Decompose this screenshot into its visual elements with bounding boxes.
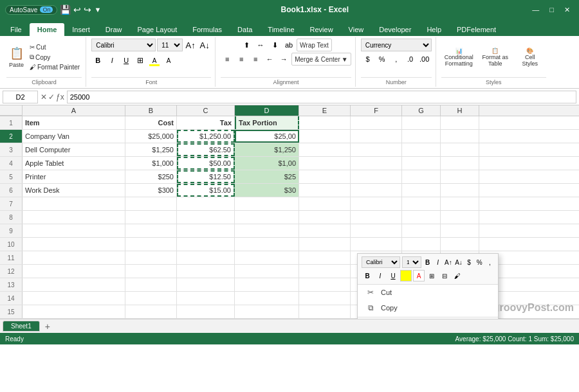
cell-d4[interactable]: $1,00 [235, 157, 299, 170]
cell-a10[interactable] [23, 238, 125, 251]
decrease-indent-btn[interactable]: ← [263, 53, 276, 66]
cell-a15[interactable] [23, 305, 125, 318]
cell-c3[interactable]: $62.50 [177, 143, 235, 156]
decrease-font-btn[interactable]: A↓ [198, 39, 211, 51]
undo-icon[interactable]: ↩ [73, 4, 81, 15]
cell-e9[interactable] [299, 224, 351, 237]
decrease-decimal-btn[interactable]: .0 [404, 53, 417, 66]
redo-icon[interactable]: ↪ [84, 4, 91, 15]
cell-f9[interactable] [351, 224, 402, 237]
cell-f4[interactable] [351, 157, 402, 170]
cell-h5[interactable] [441, 170, 479, 183]
cell-b2[interactable]: $25,000 [125, 130, 177, 143]
cell-c13[interactable] [177, 278, 235, 291]
maximize-btn[interactable]: □ [546, 6, 558, 13]
cell-h6[interactable] [441, 184, 479, 197]
cell-c8[interactable] [177, 211, 235, 224]
cell-a13[interactable] [23, 278, 125, 291]
row-num-11[interactable]: 11 [0, 251, 23, 264]
cell-b4[interactable]: $1,000 [125, 157, 177, 170]
context-menu-cut[interactable]: ✂ Cut [358, 285, 498, 300]
cell-a5[interactable]: Printer [23, 170, 125, 183]
cell-h3[interactable] [441, 143, 479, 156]
row-num-15[interactable]: 15 [0, 305, 23, 318]
align-top-btn[interactable]: ⬆ [240, 39, 253, 51]
cell-d8[interactable] [235, 211, 299, 224]
mini-size-select[interactable]: 11 [402, 256, 421, 268]
col-header-f[interactable]: F [351, 105, 402, 116]
tab-pdfelement[interactable]: PDFelement [449, 23, 504, 36]
cell-e13[interactable] [299, 278, 351, 291]
mini-bold-btn[interactable]: B [423, 256, 432, 268]
row-num-6[interactable]: 6 [0, 184, 23, 197]
cell-g4[interactable] [402, 157, 441, 170]
comma-btn[interactable]: , [390, 53, 403, 66]
mini-brush-btn[interactable]: 🖌 [452, 270, 463, 281]
cell-b10[interactable] [125, 238, 177, 251]
cell-h1[interactable] [441, 116, 479, 129]
tab-page-layout[interactable]: Page Layout [129, 23, 185, 36]
tab-help[interactable]: Help [419, 23, 449, 36]
cell-h4[interactable] [441, 157, 479, 170]
align-left-btn[interactable]: ≡ [221, 53, 234, 66]
cell-d13[interactable] [235, 278, 299, 291]
cell-f8[interactable] [351, 211, 402, 224]
cell-e12[interactable] [299, 265, 351, 278]
col-header-h[interactable]: H [441, 105, 479, 116]
mini-border-btn[interactable]: ⊞ [426, 270, 437, 281]
percent-btn[interactable]: % [376, 53, 389, 66]
minimize-btn[interactable]: — [528, 6, 543, 13]
cell-c14[interactable] [177, 292, 235, 305]
cell-c7[interactable] [177, 197, 235, 210]
mini-font-select[interactable]: Calibri [362, 256, 400, 268]
mini-decrease-font-btn[interactable]: A↓ [454, 256, 463, 268]
cell-e5[interactable] [299, 170, 351, 183]
row-num-13[interactable]: 13 [0, 278, 23, 291]
cell-c10[interactable] [177, 238, 235, 251]
cancel-formula-icon[interactable]: ✕ [41, 93, 47, 102]
row-num-2[interactable]: 2 [0, 130, 23, 143]
cell-e4[interactable] [299, 157, 351, 170]
tab-developer[interactable]: Developer [371, 23, 419, 36]
cell-c4[interactable]: $50.00 [177, 157, 235, 170]
mini-italic-btn[interactable]: I [434, 256, 442, 268]
cell-d11[interactable] [235, 251, 299, 264]
cell-h8[interactable] [441, 211, 479, 224]
row-num-4[interactable]: 4 [0, 157, 23, 170]
font-size-select[interactable]: 11 [157, 39, 183, 51]
align-center-btn[interactable]: ≡ [235, 53, 248, 66]
format-as-table-button[interactable]: 📋 Format asTable [479, 40, 511, 75]
cell-g1[interactable] [402, 116, 441, 129]
cell-b13[interactable] [125, 278, 177, 291]
cell-e2[interactable] [299, 130, 351, 143]
cell-g6[interactable] [402, 184, 441, 197]
mini-font-color-btn[interactable]: A [413, 270, 425, 281]
cell-a11[interactable] [23, 251, 125, 264]
cell-a12[interactable] [23, 265, 125, 278]
tab-home[interactable]: Home [30, 23, 65, 36]
close-btn[interactable]: ✕ [560, 6, 574, 14]
cell-ref-input[interactable] [3, 91, 38, 103]
formula-input[interactable] [67, 91, 576, 103]
cell-e1[interactable] [299, 116, 351, 129]
cell-e10[interactable] [299, 238, 351, 251]
cell-f1[interactable] [351, 116, 402, 129]
cell-d12[interactable] [235, 265, 299, 278]
mini-italic2-btn[interactable]: I [374, 270, 386, 281]
cell-f10[interactable] [351, 238, 402, 251]
align-bottom-btn[interactable]: ⬇ [268, 39, 281, 51]
format-painter-button[interactable]: 🖌Format Painter [28, 63, 82, 71]
cell-h10[interactable] [441, 238, 479, 251]
cell-d14[interactable] [235, 292, 299, 305]
insert-function-icon[interactable]: ƒx [56, 93, 64, 102]
cell-g5[interactable] [402, 170, 441, 183]
row-num-9[interactable]: 9 [0, 224, 23, 237]
col-header-e[interactable]: E [299, 105, 351, 116]
row-num-10[interactable]: 10 [0, 238, 23, 251]
cell-g10[interactable] [402, 238, 441, 251]
cell-g2[interactable] [402, 130, 441, 143]
cell-e3[interactable] [299, 143, 351, 156]
save-icon[interactable]: 💾 [60, 4, 71, 15]
col-header-a[interactable]: A [23, 105, 125, 116]
cell-d6[interactable]: $30 [235, 184, 299, 197]
